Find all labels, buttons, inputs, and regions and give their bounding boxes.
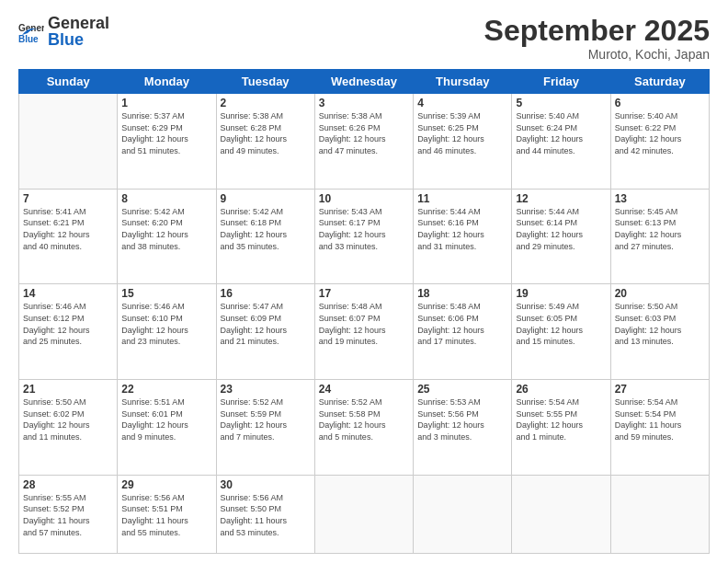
day-cell: 18Sunrise: 5:48 AM Sunset: 6:06 PM Dayli… bbox=[414, 284, 512, 380]
day-cell bbox=[19, 94, 118, 190]
day-number: 29 bbox=[121, 478, 211, 491]
day-number: 17 bbox=[319, 287, 409, 300]
day-number: 13 bbox=[615, 192, 705, 205]
day-number: 2 bbox=[221, 97, 311, 109]
day-info: Sunrise: 5:51 AM Sunset: 6:01 PM Dayligh… bbox=[121, 396, 211, 442]
day-cell: 13Sunrise: 5:45 AM Sunset: 6:13 PM Dayli… bbox=[610, 189, 709, 284]
weekday-header-row: SundayMondayTuesdayWednesdayThursdayFrid… bbox=[19, 70, 710, 94]
day-number: 10 bbox=[319, 192, 409, 205]
day-info: Sunrise: 5:52 AM Sunset: 5:59 PM Dayligh… bbox=[221, 396, 311, 442]
day-info: Sunrise: 5:49 AM Sunset: 6:05 PM Dayligh… bbox=[516, 301, 606, 347]
day-cell bbox=[414, 475, 512, 553]
day-cell: 8Sunrise: 5:42 AM Sunset: 6:20 PM Daylig… bbox=[118, 189, 216, 284]
day-cell: 28Sunrise: 5:55 AM Sunset: 5:52 PM Dayli… bbox=[19, 475, 118, 553]
day-cell: 30Sunrise: 5:56 AM Sunset: 5:50 PM Dayli… bbox=[216, 475, 314, 553]
logo-icon: General Blue bbox=[18, 18, 44, 44]
day-info: Sunrise: 5:48 AM Sunset: 6:06 PM Dayligh… bbox=[417, 301, 507, 347]
weekday-friday: Friday bbox=[512, 70, 610, 94]
day-cell: 7Sunrise: 5:41 AM Sunset: 6:21 PM Daylig… bbox=[19, 189, 118, 284]
day-info: Sunrise: 5:50 AM Sunset: 6:03 PM Dayligh… bbox=[615, 301, 705, 347]
day-info: Sunrise: 5:46 AM Sunset: 6:12 PM Dayligh… bbox=[23, 301, 113, 347]
calendar-table: SundayMondayTuesdayWednesdayThursdayFrid… bbox=[18, 69, 710, 554]
day-number: 26 bbox=[516, 383, 606, 396]
day-number: 22 bbox=[121, 383, 211, 396]
day-number: 12 bbox=[516, 192, 606, 205]
day-number: 9 bbox=[221, 192, 311, 205]
day-info: Sunrise: 5:52 AM Sunset: 5:58 PM Dayligh… bbox=[319, 396, 409, 442]
day-info: Sunrise: 5:54 AM Sunset: 5:55 PM Dayligh… bbox=[516, 396, 606, 442]
day-cell: 22Sunrise: 5:51 AM Sunset: 6:01 PM Dayli… bbox=[118, 380, 216, 476]
weekday-saturday: Saturday bbox=[610, 70, 709, 94]
day-cell: 27Sunrise: 5:54 AM Sunset: 5:54 PM Dayli… bbox=[610, 380, 709, 476]
day-info: Sunrise: 5:42 AM Sunset: 6:18 PM Dayligh… bbox=[221, 206, 311, 252]
day-number: 1 bbox=[121, 97, 211, 109]
day-number: 11 bbox=[417, 192, 507, 205]
location: Muroto, Kochi, Japan bbox=[484, 47, 710, 62]
weekday-monday: Monday bbox=[118, 70, 216, 94]
page: General Blue General Blue September 2025… bbox=[0, 0, 728, 563]
day-info: Sunrise: 5:48 AM Sunset: 6:07 PM Dayligh… bbox=[319, 301, 409, 347]
day-cell: 29Sunrise: 5:56 AM Sunset: 5:51 PM Dayli… bbox=[118, 475, 216, 553]
day-info: Sunrise: 5:41 AM Sunset: 6:21 PM Dayligh… bbox=[23, 206, 113, 252]
day-info: Sunrise: 5:44 AM Sunset: 6:16 PM Dayligh… bbox=[417, 206, 507, 252]
day-info: Sunrise: 5:53 AM Sunset: 5:56 PM Dayligh… bbox=[417, 396, 507, 442]
day-number: 28 bbox=[23, 478, 113, 491]
day-cell bbox=[512, 475, 610, 553]
day-info: Sunrise: 5:50 AM Sunset: 6:02 PM Dayligh… bbox=[23, 396, 113, 442]
day-cell: 24Sunrise: 5:52 AM Sunset: 5:58 PM Dayli… bbox=[314, 380, 413, 476]
logo-blue-text: Blue bbox=[48, 31, 109, 48]
svg-text:Blue: Blue bbox=[18, 34, 39, 44]
day-number: 16 bbox=[221, 287, 311, 300]
day-info: Sunrise: 5:47 AM Sunset: 6:09 PM Dayligh… bbox=[221, 301, 311, 347]
day-number: 27 bbox=[615, 383, 705, 396]
day-number: 30 bbox=[221, 478, 311, 491]
day-info: Sunrise: 5:44 AM Sunset: 6:14 PM Dayligh… bbox=[516, 206, 606, 252]
week-row-1: 7Sunrise: 5:41 AM Sunset: 6:21 PM Daylig… bbox=[19, 189, 710, 284]
day-number: 15 bbox=[121, 287, 211, 300]
day-info: Sunrise: 5:56 AM Sunset: 5:51 PM Dayligh… bbox=[121, 492, 211, 538]
day-info: Sunrise: 5:38 AM Sunset: 6:26 PM Dayligh… bbox=[319, 110, 409, 156]
day-cell: 5Sunrise: 5:40 AM Sunset: 6:24 PM Daylig… bbox=[512, 94, 610, 190]
week-row-4: 28Sunrise: 5:55 AM Sunset: 5:52 PM Dayli… bbox=[19, 475, 710, 553]
day-info: Sunrise: 5:40 AM Sunset: 6:24 PM Dayligh… bbox=[516, 110, 606, 156]
day-cell: 9Sunrise: 5:42 AM Sunset: 6:18 PM Daylig… bbox=[216, 189, 314, 284]
day-cell bbox=[314, 475, 413, 553]
day-info: Sunrise: 5:37 AM Sunset: 6:29 PM Dayligh… bbox=[121, 110, 211, 156]
day-number: 25 bbox=[417, 383, 507, 396]
weekday-tuesday: Tuesday bbox=[216, 70, 314, 94]
day-cell: 26Sunrise: 5:54 AM Sunset: 5:55 PM Dayli… bbox=[512, 380, 610, 476]
day-number: 21 bbox=[23, 383, 113, 396]
day-cell: 20Sunrise: 5:50 AM Sunset: 6:03 PM Dayli… bbox=[610, 284, 709, 380]
day-number: 4 bbox=[417, 97, 507, 109]
day-cell: 11Sunrise: 5:44 AM Sunset: 6:16 PM Dayli… bbox=[414, 189, 512, 284]
day-cell: 17Sunrise: 5:48 AM Sunset: 6:07 PM Dayli… bbox=[314, 284, 413, 380]
weekday-wednesday: Wednesday bbox=[314, 70, 413, 94]
day-info: Sunrise: 5:42 AM Sunset: 6:20 PM Dayligh… bbox=[121, 206, 211, 252]
day-info: Sunrise: 5:40 AM Sunset: 6:22 PM Dayligh… bbox=[615, 110, 705, 156]
week-row-2: 14Sunrise: 5:46 AM Sunset: 6:12 PM Dayli… bbox=[19, 284, 710, 380]
day-cell: 3Sunrise: 5:38 AM Sunset: 6:26 PM Daylig… bbox=[314, 94, 413, 190]
day-number: 24 bbox=[319, 383, 409, 396]
day-cell: 16Sunrise: 5:47 AM Sunset: 6:09 PM Dayli… bbox=[216, 284, 314, 380]
day-number: 3 bbox=[319, 97, 409, 109]
day-info: Sunrise: 5:46 AM Sunset: 6:10 PM Dayligh… bbox=[121, 301, 211, 347]
month-title: September 2025 bbox=[484, 15, 710, 47]
day-info: Sunrise: 5:45 AM Sunset: 6:13 PM Dayligh… bbox=[615, 206, 705, 252]
week-row-0: 1Sunrise: 5:37 AM Sunset: 6:29 PM Daylig… bbox=[19, 94, 710, 190]
svg-text:General: General bbox=[18, 23, 44, 33]
day-info: Sunrise: 5:43 AM Sunset: 6:17 PM Dayligh… bbox=[319, 206, 409, 252]
day-info: Sunrise: 5:38 AM Sunset: 6:28 PM Dayligh… bbox=[221, 110, 311, 156]
day-cell: 21Sunrise: 5:50 AM Sunset: 6:02 PM Dayli… bbox=[19, 380, 118, 476]
day-cell: 15Sunrise: 5:46 AM Sunset: 6:10 PM Dayli… bbox=[118, 284, 216, 380]
day-number: 5 bbox=[516, 97, 606, 109]
day-number: 19 bbox=[516, 287, 606, 300]
day-info: Sunrise: 5:54 AM Sunset: 5:54 PM Dayligh… bbox=[615, 396, 705, 442]
day-number: 7 bbox=[23, 192, 113, 205]
day-number: 23 bbox=[221, 383, 311, 396]
day-info: Sunrise: 5:55 AM Sunset: 5:52 PM Dayligh… bbox=[23, 492, 113, 538]
day-cell: 14Sunrise: 5:46 AM Sunset: 6:12 PM Dayli… bbox=[19, 284, 118, 380]
day-cell bbox=[610, 475, 709, 553]
day-cell: 19Sunrise: 5:49 AM Sunset: 6:05 PM Dayli… bbox=[512, 284, 610, 380]
day-cell: 23Sunrise: 5:52 AM Sunset: 5:59 PM Dayli… bbox=[216, 380, 314, 476]
day-number: 20 bbox=[615, 287, 705, 300]
